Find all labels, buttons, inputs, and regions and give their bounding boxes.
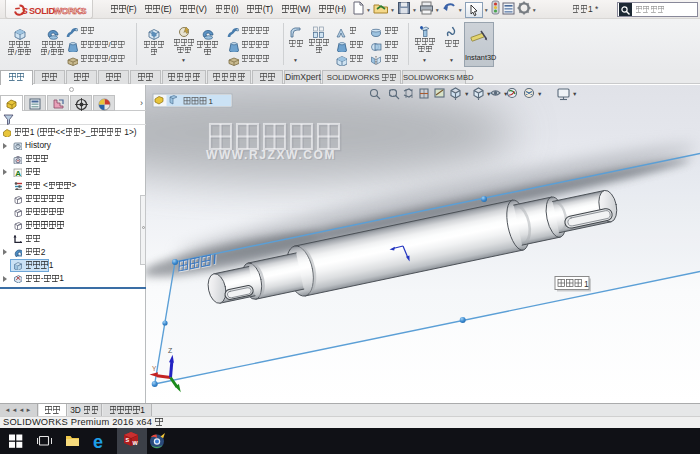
svg-text:W: W [133, 440, 139, 446]
svg-text:▼: ▼ [537, 91, 542, 97]
svg-text:▼: ▼ [486, 91, 491, 97]
svg-text:Y: Y [152, 365, 157, 372]
svg-text:A: A [15, 169, 21, 177]
svg-text:SOLID: SOLID [29, 6, 55, 16]
svg-text:WWW.RJZXW.COM: WWW.RJZXW.COM [206, 148, 336, 162]
svg-text:▼: ▼ [464, 91, 469, 97]
svg-text:1: 1 [584, 279, 589, 289]
svg-text:e: e [93, 432, 103, 452]
svg-text:▼: ▼ [503, 91, 508, 97]
svg-text:WORKS: WORKS [54, 6, 87, 16]
svg-text:S: S [126, 437, 130, 443]
svg-text:1: 1 [209, 97, 214, 106]
svg-text:▼: ▼ [572, 91, 577, 97]
svg-text:S: S [22, 5, 29, 16]
svg-text:Z: Z [168, 347, 173, 354]
